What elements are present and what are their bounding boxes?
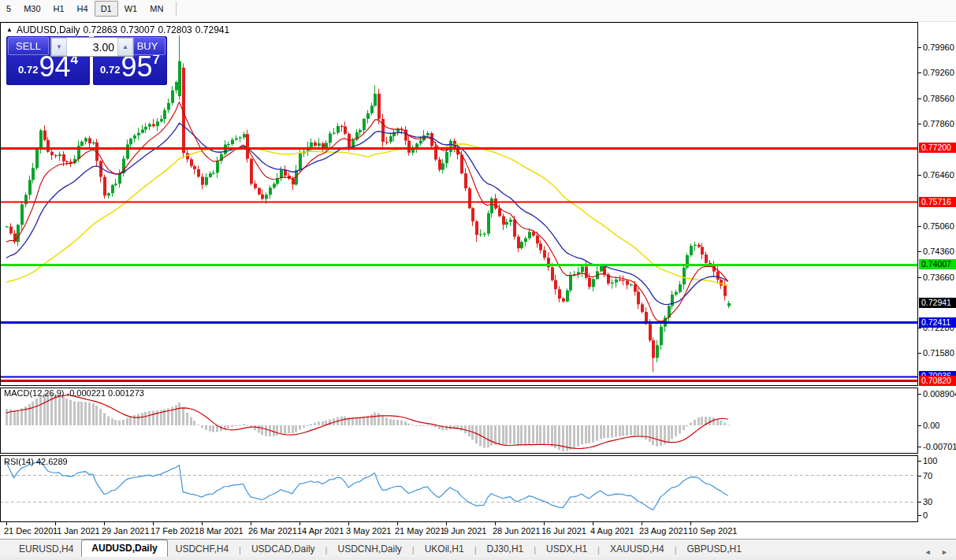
date-tick (397, 522, 398, 525)
sell-price-prefix: 0.72 (18, 64, 38, 76)
price-tick (918, 277, 921, 278)
ohlc-close: 0.72941 (195, 24, 229, 35)
price-badge-0.75716: 0.75716 (919, 197, 956, 207)
price-chart-canvas[interactable] (0, 22, 918, 522)
price-tick (918, 47, 921, 48)
tab-separator: | (410, 542, 417, 557)
tab-scroll-right-icon[interactable]: ► (941, 548, 948, 556)
price-axis-label: 0.79260 (923, 68, 954, 77)
price-tick (918, 98, 921, 99)
mt4-window: 5M30H1H4D1W1MN ▲AUDUSD,Daily0.728630.730… (0, 0, 956, 560)
date-axis-label: 14 Apr 2021 (297, 526, 344, 536)
price-axis-label: 0.74360 (923, 247, 954, 256)
rsi-axis-label: 0 (923, 510, 928, 520)
ohlc-open: 0.72863 (84, 24, 117, 35)
date-axis-label: 11 Jan 2021 (53, 526, 100, 536)
tab-scroll-arrows: ◄ ► (917, 548, 948, 556)
volume-decrease-icon[interactable]: ▼ (51, 38, 67, 56)
date-tick (299, 522, 300, 525)
rsi-tick (918, 476, 921, 477)
macd-axis-label: 0.008904 (923, 389, 956, 399)
macd-label: MACD(12,26,9) -0.000221 0.001273 (4, 388, 144, 398)
tab-separator: | (236, 542, 244, 557)
rsi-tick (918, 515, 921, 516)
date-axis-label: 16 Jul 2021 (541, 526, 586, 536)
sell-price: 0.72944 (6, 53, 90, 81)
date-axis-label: 3 May 2021 (346, 526, 391, 536)
macd-tick (918, 394, 921, 395)
chart-tab-xauusd-h4[interactable]: XAUUSD,H4 (602, 540, 672, 557)
date-tick (642, 522, 642, 525)
date-axis-label: 28 Jun 2021 (493, 526, 541, 536)
tab-separator: | (472, 542, 479, 557)
macd-tick (918, 425, 921, 426)
price-axis-label: 0.71580 (923, 348, 954, 358)
date-tick (690, 522, 691, 525)
rsi-axis-label: 100 (923, 456, 937, 465)
price-axis-label: 0.78560 (923, 94, 954, 103)
buy-price-prefix: 0.72 (100, 64, 120, 76)
date-tick (495, 522, 496, 525)
rsi-tick (918, 461, 921, 462)
date-tick (251, 522, 251, 525)
price-axis[interactable]: 0.799600.792600.785600.778600.764600.750… (918, 22, 956, 522)
macd-axis-label: 0.00 (923, 421, 939, 430)
chart-tab-ukoil-h1[interactable]: UKOil,H1 (417, 540, 472, 557)
sell-button[interactable]: SELL (8, 37, 49, 55)
date-axis-label: 4 Aug 2021 (590, 526, 634, 536)
date-tick (348, 522, 349, 525)
ohlc-low: 0.72803 (158, 24, 192, 35)
buy-button[interactable]: BUY (129, 37, 166, 55)
window-bottom-edge (0, 557, 956, 560)
tab-separator: | (672, 542, 679, 557)
chart-tab-bar: EURUSD,H4AUDUSD,DailyUSDCHF,H4|USDCAD,Da… (0, 539, 956, 557)
chart-tab-eurusd-h4[interactable]: EURUSD,H4 (11, 540, 81, 557)
rsi-tick (918, 502, 921, 503)
date-axis-label: 9 Jun 2021 (444, 526, 486, 536)
tab-scroll-left-icon[interactable]: ◄ (924, 548, 932, 556)
date-axis-label: 21 Dec 2020 (4, 526, 53, 536)
collapse-arrow-icon[interactable]: ▲ (6, 26, 13, 33)
date-axis-label: 8 Mar 2021 (199, 526, 244, 536)
volume-increase-icon[interactable]: ▲ (117, 38, 133, 56)
price-badge-0.77200: 0.77200 (919, 143, 956, 153)
date-axis-label: 17 Feb 2021 (151, 526, 199, 536)
tab-separator: | (531, 542, 538, 557)
date-axis[interactable]: 21 Dec 202011 Jan 202129 Jan 202117 Feb … (0, 522, 956, 539)
buy-price: 0.72957 (93, 53, 167, 81)
price-axis-label: 0.76460 (923, 170, 954, 180)
date-tick (593, 522, 593, 525)
tab-separator: | (595, 542, 602, 557)
chart-tab-dj30-h1[interactable]: DJ30,H1 (479, 540, 532, 557)
one-click-trading-panel: 0.72944 0.72957 SELL BUY ▼ ▲ (6, 36, 167, 85)
date-axis-label: 29 Jan 2021 (102, 526, 150, 536)
price-axis-label: 0.73660 (923, 273, 954, 282)
date-axis-label: 21 May 2021 (395, 526, 445, 536)
chart-area: ▲AUDUSD,Daily0.728630.730070.728030.7294… (0, 0, 956, 539)
chart-tab-usdx-h1[interactable]: USDX,H1 (538, 540, 595, 557)
price-tick (918, 72, 921, 73)
chart-tab-usdcnh-daily[interactable]: USDCNH,Daily (329, 540, 409, 557)
volume-spinner: ▼ ▲ (50, 37, 134, 57)
price-tick (918, 226, 921, 227)
date-tick (55, 522, 56, 525)
chart-title: ▲AUDUSD,Daily0.728630.730070.728030.7294… (6, 24, 232, 35)
volume-input[interactable] (67, 38, 117, 56)
date-tick (104, 522, 105, 525)
chart-symbol-label: AUDUSD,Daily (17, 24, 80, 35)
price-tick (918, 175, 921, 176)
chart-tab-usdcad-daily[interactable]: USDCAD,Daily (244, 540, 323, 557)
chart-tab-audusd-daily[interactable]: AUDUSD,Daily (81, 540, 167, 557)
price-badge-0.72411: 0.72411 (919, 317, 956, 328)
macd-tick (918, 447, 921, 447)
rsi-label: RSI(14) 42.6289 (4, 457, 68, 466)
date-tick (544, 522, 545, 525)
macd-axis-label: -0.007013 (923, 442, 956, 451)
price-axis-label: 0.79960 (923, 43, 954, 52)
chart-tab-usdchf-h4[interactable]: USDCHF,H4 (168, 540, 236, 557)
date-axis-label: 23 Aug 2021 (639, 526, 688, 536)
price-badge-0.72941: 0.72941 (919, 298, 956, 308)
chart-tab-gbpusd-h1[interactable]: GBPUSD,H1 (679, 540, 750, 557)
tab-separator: | (323, 542, 330, 557)
price-tick (918, 251, 921, 252)
